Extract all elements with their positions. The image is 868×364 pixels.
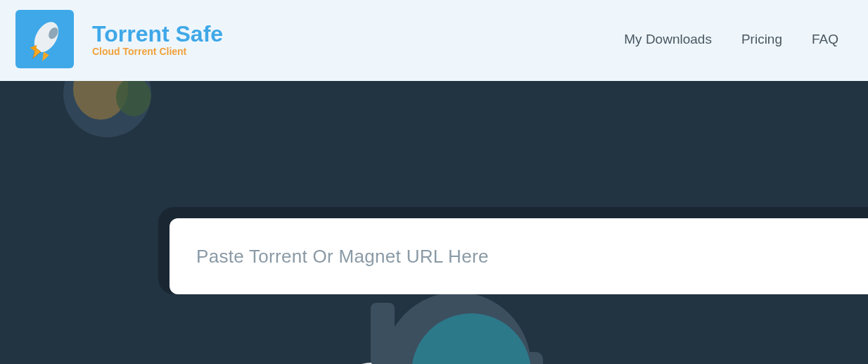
hero: Add .torrent File	[0, 81, 868, 364]
nav-pricing[interactable]: Pricing	[741, 32, 782, 47]
rocket-icon	[23, 18, 67, 61]
header: Torrent Safe Cloud Torrent Client My Dow…	[0, 0, 868, 81]
brand-text: Torrent Safe Cloud Torrent Client	[92, 21, 223, 57]
earth-graphic	[63, 81, 151, 137]
brand-title: Torrent Safe	[92, 21, 223, 47]
nav-my-downloads[interactable]: My Downloads	[624, 32, 712, 47]
nav: My Downloads Pricing FAQ	[624, 32, 847, 47]
logo[interactable]	[15, 10, 74, 68]
astronaut-graphic	[348, 292, 552, 364]
brand-subtitle: Cloud Torrent Client	[92, 46, 223, 57]
url-input-card	[158, 207, 868, 294]
nav-faq[interactable]: FAQ	[812, 32, 838, 47]
torrent-url-input[interactable]	[170, 218, 868, 294]
